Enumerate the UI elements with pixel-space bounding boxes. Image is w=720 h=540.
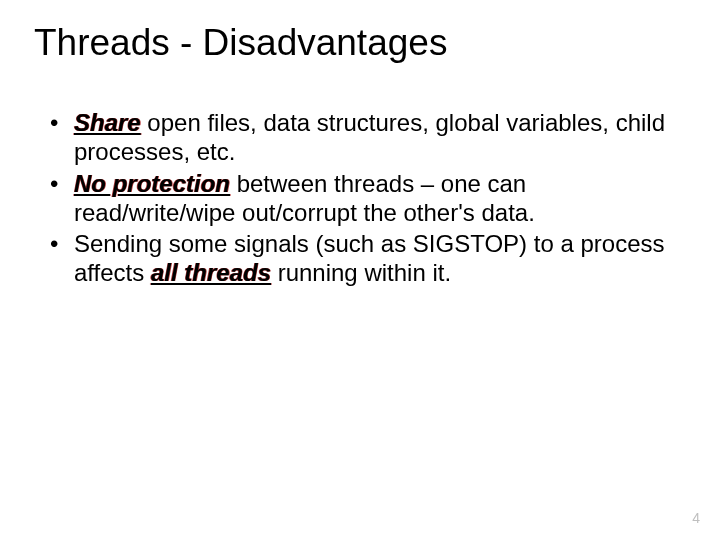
slide-title: Threads - Disadvantages — [34, 22, 447, 64]
emphasis-text: No protection — [74, 170, 230, 197]
bullet-item: Share open files, data structures, globa… — [50, 108, 670, 167]
page-number: 4 — [692, 510, 700, 526]
bullet-item: No protection between threads – one can … — [50, 169, 670, 228]
slide: Threads - Disadvantages Share open files… — [0, 0, 720, 540]
bullet-text: running within it. — [271, 259, 451, 286]
emphasis-text: Share — [74, 109, 141, 136]
bullet-list: Share open files, data structures, globa… — [50, 108, 670, 288]
bullet-text: open files, data structures, global vari… — [74, 109, 665, 165]
slide-body: Share open files, data structures, globa… — [50, 108, 670, 290]
emphasis-text: all threads — [151, 259, 271, 286]
bullet-item: Sending some signals (such as SIGSTOP) t… — [50, 229, 670, 288]
